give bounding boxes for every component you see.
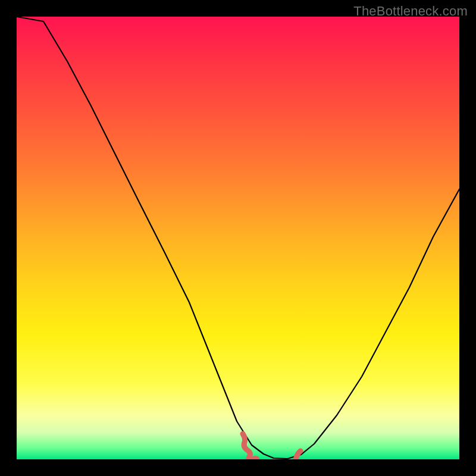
watermark-text: TheBottleneck.com [353, 4, 468, 19]
bottleneck-curve [17, 17, 459, 459]
plot-area [17, 17, 459, 459]
chart-frame: TheBottleneck.com [0, 0, 476, 476]
curve-layer [17, 17, 459, 459]
optimal-range-highlight [243, 434, 300, 459]
